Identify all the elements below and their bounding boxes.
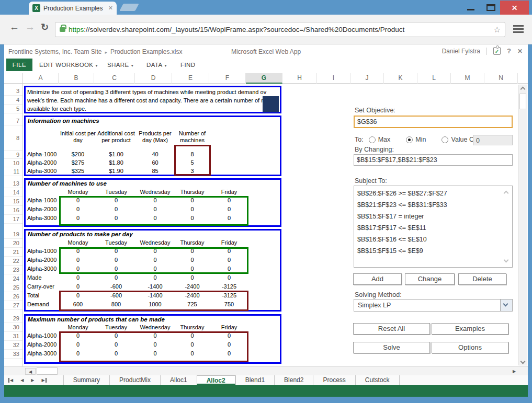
cell[interactable]: 0 (60, 248, 96, 257)
row-header-13[interactable]: 13 (4, 179, 22, 188)
dropdown-button[interactable] (500, 300, 512, 311)
tab-close-icon[interactable]: ✕ (108, 5, 113, 11)
sheet-tab[interactable]: Summary (63, 375, 109, 385)
cell[interactable]: 0 (174, 341, 211, 350)
scroll-right-icon[interactable]: ▶ (509, 368, 519, 375)
cell[interactable]: $325 (60, 168, 96, 176)
cell[interactable]: 8 (174, 151, 211, 159)
row-header-8[interactable]: 8 (4, 125, 22, 151)
cell[interactable]: 1000 (137, 301, 174, 310)
cell[interactable]: 725 (174, 301, 211, 310)
constraint-item[interactable]: $B$21:$F$23 <= $B$31:$F$33 (357, 199, 509, 211)
cell[interactable]: 0 (60, 215, 96, 224)
cell[interactable]: 40 (137, 151, 174, 159)
add-button[interactable]: Add (353, 273, 402, 285)
column-header-A[interactable]: A (23, 73, 59, 84)
cell[interactable]: 0 (137, 206, 174, 215)
window-maximize-button[interactable] (481, 0, 500, 15)
cell[interactable]: 600 (60, 301, 96, 310)
value-of-input[interactable]: 0 (473, 135, 513, 145)
cell[interactable]: 0 (174, 197, 211, 206)
close-app-icon[interactable]: ✕ (517, 48, 523, 55)
cell[interactable]: 0 (174, 266, 211, 274)
solving-method-dropdown[interactable]: Simplex LP (354, 299, 513, 312)
cell[interactable]: 0 (137, 257, 174, 266)
sheet-tab[interactable]: Alloc2 (197, 375, 235, 385)
find-menu[interactable]: FIND (180, 59, 195, 71)
cell[interactable]: -1400 (137, 292, 174, 301)
row-header-20[interactable]: 20 (4, 239, 22, 248)
sheet-tab[interactable]: Blend1 (235, 375, 274, 385)
cell[interactable]: $200 (60, 151, 96, 159)
browser-menu-button[interactable] (513, 25, 524, 34)
cell[interactable]: 0 (60, 266, 96, 274)
prev-sheet-icon[interactable]: ◀ (20, 378, 24, 383)
list-scroll-down-icon[interactable] (504, 258, 509, 263)
ssl-lock-icon[interactable] (60, 27, 65, 32)
cell[interactable]: $1.00 (96, 151, 137, 159)
forward-button[interactable]: → (25, 21, 35, 33)
cell[interactable]: -3125 (211, 292, 247, 301)
vertical-scrollbar[interactable] (518, 85, 527, 365)
options-button[interactable]: Options (432, 342, 508, 353)
cell[interactable]: $275 (60, 159, 96, 168)
cell[interactable]: 0 (174, 206, 211, 215)
cell[interactable]: 0 (137, 341, 174, 350)
constraint-item[interactable]: $B$26:$F$26 >= $B$27:$F$27 (357, 188, 509, 199)
row-header-9[interactable]: 9 (4, 151, 22, 159)
row-header-21[interactable]: 21 (4, 248, 22, 257)
row-header-10[interactable]: 10 (4, 159, 22, 167)
cell[interactable]: 800 (96, 301, 137, 310)
cell[interactable]: 0 (211, 274, 247, 283)
cell[interactable]: 0 (60, 197, 96, 206)
cell[interactable]: 0 (137, 215, 174, 224)
cell[interactable]: 0 (211, 215, 247, 224)
cell[interactable]: 0 (211, 257, 247, 266)
row-header-32[interactable]: 32 (4, 341, 22, 350)
scroll-down-icon[interactable] (520, 359, 526, 364)
column-header-K[interactable]: K (384, 73, 417, 84)
window-minimize-button[interactable] (461, 0, 480, 15)
column-header-F[interactable]: F (209, 73, 246, 84)
column-header-B[interactable]: B (59, 73, 94, 84)
cell[interactable]: 0 (137, 197, 174, 206)
solve-button[interactable]: Solve (353, 342, 430, 353)
column-header-L[interactable]: L (417, 73, 451, 84)
scrollbar-thumb[interactable] (37, 367, 58, 375)
cell[interactable]: -2400 (174, 283, 211, 292)
row-header-27[interactable]: 27 (4, 301, 22, 310)
radio-value-of[interactable] (442, 136, 448, 143)
cell[interactable]: 750 (211, 301, 247, 310)
scroll-up-icon[interactable] (520, 87, 526, 92)
row-header-16[interactable]: 16 (4, 206, 22, 215)
row-header-15[interactable]: 15 (4, 197, 22, 206)
by-changing-input[interactable]: $B$15:$F$17,$B$21:$F$23 (354, 154, 513, 166)
cell[interactable]: 0 (211, 266, 247, 274)
row-header-26[interactable]: 26 (4, 292, 22, 301)
browser-tab[interactable]: X Production Examples ✕ (29, 2, 117, 15)
constraint-item[interactable]: $B$15:$F$15 <= $E$9 (357, 245, 509, 257)
next-sheet-icon[interactable]: ▶ (31, 378, 34, 383)
cell[interactable]: 0 (211, 332, 247, 341)
cell[interactable]: 0 (96, 332, 137, 341)
cell[interactable]: 0 (60, 274, 96, 283)
sheet-tab[interactable]: Process (313, 375, 355, 385)
constraints-listbox[interactable]: $B$26:$F$26 >= $B$27:$F$27$B$21:$F$23 <=… (354, 186, 513, 268)
cell[interactable]: 3 (174, 168, 211, 176)
cell[interactable]: 0 (137, 350, 174, 359)
cell[interactable]: 0 (96, 206, 137, 215)
window-close-button[interactable]: ✕ (500, 1, 529, 15)
last-sheet-icon[interactable]: ▶ (41, 378, 46, 383)
cell[interactable]: 0 (96, 257, 137, 266)
cell[interactable]: $1.80 (96, 159, 137, 168)
cell[interactable]: 0 (174, 350, 211, 359)
row-header-5[interactable]: 5 (4, 105, 22, 113)
data-menu[interactable]: DATA▾ (146, 59, 167, 71)
new-tab-button[interactable] (119, 4, 139, 11)
cell[interactable]: -2400 (174, 292, 211, 301)
delete-button[interactable]: Delete (458, 273, 506, 285)
user-name[interactable]: Daniel Fylstra (442, 48, 480, 55)
cell[interactable]: 0 (137, 266, 174, 274)
constraint-item[interactable]: $B$15:$F$17 = integer (357, 211, 509, 222)
radio-min[interactable] (406, 136, 413, 143)
